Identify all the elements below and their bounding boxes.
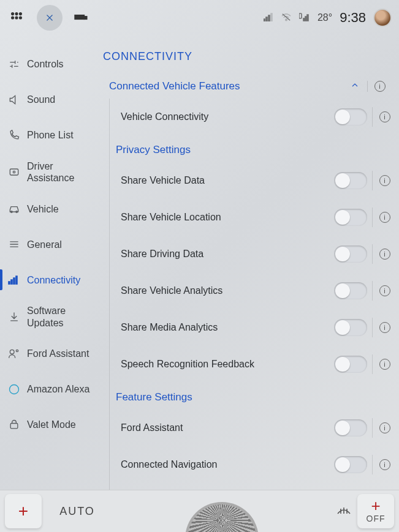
row-fordpass-trip: FordPass Power My Trip i xyxy=(110,483,397,490)
row-label: Share Vehicle Analytics xyxy=(121,285,329,296)
toggle-speech-feedback[interactable] xyxy=(334,356,367,373)
close-button[interactable] xyxy=(37,5,63,31)
toggle-vehicle-connectivity[interactable] xyxy=(334,108,367,126)
svg-rect-17 xyxy=(10,169,18,175)
info-button[interactable]: i xyxy=(372,318,397,337)
defrost-button[interactable] xyxy=(335,504,352,519)
svg-point-25 xyxy=(10,350,14,354)
apps-button[interactable] xyxy=(7,9,26,27)
wifi-off-icon xyxy=(281,13,292,23)
toggle-share-driving-data[interactable] xyxy=(334,245,367,263)
svg-rect-22 xyxy=(11,280,12,284)
svg-rect-21 xyxy=(9,282,10,284)
general-icon xyxy=(7,238,21,251)
toggle-connected-nav[interactable] xyxy=(334,456,367,473)
phone-signal-icon xyxy=(299,12,310,24)
sidebar-item-vehicle[interactable]: Vehicle xyxy=(5,191,93,227)
toggle-share-media-analytics[interactable] xyxy=(334,319,367,336)
sidebar-item-label: Amazon Alexa xyxy=(27,383,89,395)
download-icon xyxy=(7,310,21,324)
driver-assist-icon xyxy=(7,165,21,179)
outside-temp: 28° xyxy=(317,12,332,23)
svg-rect-23 xyxy=(13,278,15,284)
row-label: Share Driving Data xyxy=(121,249,329,260)
row-share-vehicle-data: Share Vehicle Data i xyxy=(110,162,397,199)
svg-rect-7 xyxy=(84,16,86,18)
phone-icon xyxy=(7,129,21,142)
toggle-share-vehicle-analytics[interactable] xyxy=(334,282,367,299)
toggle-ford-assistant[interactable] xyxy=(334,419,367,436)
info-button[interactable]: i xyxy=(372,455,397,474)
row-label: Ford Assistant xyxy=(121,422,329,433)
passenger-temp-up-button[interactable]: + OFF xyxy=(357,494,394,528)
svg-rect-10 xyxy=(268,15,270,21)
row-share-vehicle-location: Share Vehicle Location i xyxy=(110,199,397,236)
svg-point-0 xyxy=(12,13,14,15)
volume-dial[interactable] xyxy=(185,502,259,532)
sound-icon xyxy=(7,93,21,107)
sidebar-item-driver-assistance[interactable]: Driver Assistance xyxy=(5,153,93,191)
row-connected-nav: Connected Navigation i xyxy=(110,446,397,483)
svg-point-4 xyxy=(15,17,18,19)
vehicle-icon xyxy=(74,12,89,24)
info-button[interactable]: i xyxy=(372,281,397,301)
svg-point-12 xyxy=(286,19,287,21)
svg-rect-14 xyxy=(303,18,305,21)
climate-bar: + AUTO + OFF xyxy=(0,490,399,532)
toggle-share-vehicle-location[interactable] xyxy=(334,209,367,226)
info-button[interactable]: i xyxy=(372,171,397,190)
svg-rect-28 xyxy=(10,423,18,428)
row-label: Speech Recognition Feedback xyxy=(121,359,329,370)
assistant-icon xyxy=(7,347,21,361)
alexa-icon xyxy=(7,383,21,396)
svg-rect-24 xyxy=(16,276,17,284)
section-label: Connected Vehicle Features xyxy=(109,80,343,92)
row-label: Vehicle Connectivity xyxy=(121,111,329,122)
row-label: Share Media Analytics xyxy=(121,322,329,333)
sidebar-item-valet-mode[interactable]: Valet Mode xyxy=(5,407,93,443)
section-connected-vehicle[interactable]: Connected Vehicle Features i xyxy=(98,74,397,99)
sidebar-item-amazon-alexa[interactable]: Amazon Alexa xyxy=(5,372,93,407)
info-button[interactable]: i xyxy=(372,244,397,264)
sidebar-item-ford-assistant[interactable]: Ford Assistant xyxy=(5,336,93,372)
row-label: Share Vehicle Location xyxy=(121,212,329,223)
svg-point-18 xyxy=(13,171,15,173)
sidebar-item-general[interactable]: General xyxy=(5,227,93,262)
profile-avatar[interactable] xyxy=(373,9,392,27)
svg-point-1 xyxy=(15,13,18,15)
climate-auto-button[interactable]: AUTO xyxy=(47,505,108,518)
svg-rect-8 xyxy=(264,19,265,21)
driver-temp-up-button[interactable]: + xyxy=(5,494,42,528)
chevron-up-icon xyxy=(343,80,367,92)
info-button[interactable]: i xyxy=(372,208,397,227)
row-share-media-analytics: Share Media Analytics i xyxy=(110,309,397,346)
subsection-feature: Feature Settings xyxy=(110,383,397,410)
info-button[interactable]: i xyxy=(367,81,392,92)
svg-rect-9 xyxy=(266,17,267,21)
sidebar-item-label: Phone List xyxy=(27,129,74,141)
sidebar-item-connectivity[interactable]: Connectivity xyxy=(5,262,93,298)
signal-icon xyxy=(264,13,273,23)
sidebar-item-label: General xyxy=(27,239,62,250)
sidebar-item-label: Ford Assistant xyxy=(27,348,89,359)
svg-point-3 xyxy=(12,17,14,19)
controls-icon xyxy=(7,58,21,71)
info-button[interactable]: i xyxy=(372,107,397,127)
info-button[interactable]: i xyxy=(372,354,397,374)
sidebar-item-software-updates[interactable]: Software Updates xyxy=(5,298,93,335)
sidebar-item-label: Driver Assistance xyxy=(27,160,91,184)
connectivity-icon xyxy=(7,273,21,287)
sidebar-item-label: Software Updates xyxy=(27,305,91,328)
settings-content: CONNECTIVITY Connected Vehicle Features … xyxy=(98,36,399,490)
info-button[interactable]: i xyxy=(372,418,397,438)
sidebar-item-phone-list[interactable]: Phone List xyxy=(5,118,93,153)
row-share-vehicle-analytics: Share Vehicle Analytics i xyxy=(110,272,397,309)
sidebar-item-controls[interactable]: Controls xyxy=(5,47,93,82)
svg-rect-13 xyxy=(299,13,302,18)
sidebar-item-label: Connectivity xyxy=(27,274,80,286)
sidebar-item-sound[interactable]: Sound xyxy=(5,82,93,118)
toggle-share-vehicle-data[interactable] xyxy=(334,172,367,189)
sidebar-item-label: Vehicle xyxy=(27,203,59,215)
row-share-driving-data: Share Driving Data i xyxy=(110,236,397,272)
page-title: CONNECTIVITY xyxy=(98,50,397,74)
